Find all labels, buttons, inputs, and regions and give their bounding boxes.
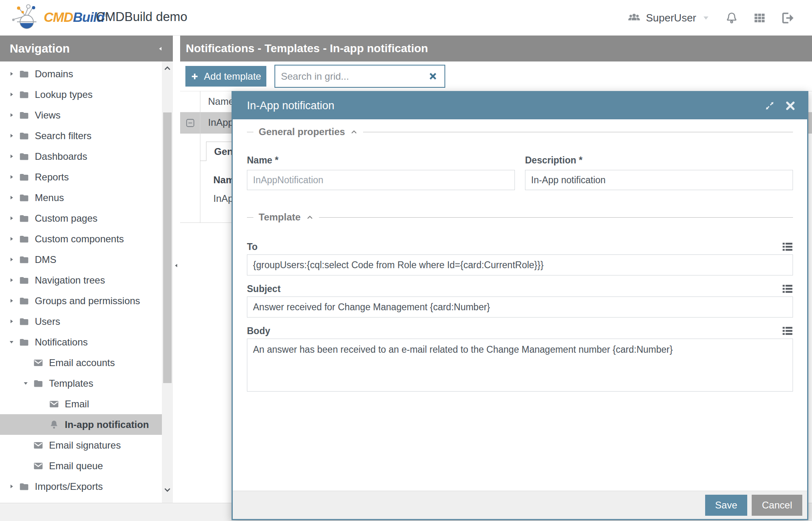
envelope-icon (33, 461, 44, 471)
sidebar-item-lookup-types[interactable]: Lookup types (0, 84, 162, 105)
close-icon[interactable] (785, 100, 796, 111)
add-template-button[interactable]: Add template (185, 66, 266, 87)
maximize-icon[interactable] (764, 100, 775, 111)
chevron-down-icon (701, 13, 710, 22)
list-icon[interactable] (782, 242, 793, 252)
to-field[interactable] (247, 254, 793, 275)
caret-right-icon[interactable] (8, 70, 15, 77)
divider (319, 217, 793, 218)
splitter-collapse-icon[interactable] (173, 262, 179, 269)
folder-icon (19, 110, 30, 121)
table-icon[interactable] (753, 11, 766, 25)
cancel-button[interactable]: Cancel (752, 495, 802, 516)
name-label: Name * (247, 155, 515, 167)
caret-down-icon[interactable] (22, 380, 29, 387)
sidebar-item-label: Notifications (35, 337, 88, 348)
sidebar-item-email-accounts[interactable]: Email accounts (0, 352, 162, 373)
general-fields-row: Name * Description * (247, 138, 793, 190)
sidebar-item-email[interactable]: Email (0, 394, 162, 414)
to-label: To (247, 241, 257, 252)
logo-cmd: CMD (44, 10, 73, 25)
sidebar-item-label: Groups and permissions (35, 295, 140, 307)
sidebar-item-label: Navigation trees (35, 275, 105, 286)
description-field[interactable] (525, 170, 793, 190)
sign-out-icon[interactable] (781, 11, 794, 25)
sidebar-item-imports-exports[interactable]: Imports/Exports (0, 476, 162, 497)
to-label-row: To (247, 241, 793, 253)
caret-right-icon[interactable] (8, 235, 15, 242)
caret-right-icon[interactable] (8, 483, 15, 490)
chevron-up-icon[interactable] (306, 214, 314, 221)
save-button[interactable]: Save (705, 495, 748, 516)
name-field[interactable] (247, 170, 515, 190)
caret-right-icon[interactable] (8, 215, 15, 222)
caret-right-icon[interactable] (8, 112, 15, 119)
caret-right-icon[interactable] (8, 153, 15, 160)
caret-right-icon[interactable] (8, 194, 15, 201)
grid-column-name[interactable]: Name (208, 96, 234, 107)
bell-icon[interactable] (725, 11, 738, 25)
sidebar-item-groups-permissions[interactable]: Groups and permissions (0, 290, 162, 311)
sidebar-item-label: Views (35, 110, 61, 121)
sidebar-item-email-queue[interactable]: Email queue (0, 455, 162, 476)
sidebar-item-label: Menus (35, 192, 64, 203)
scroll-up-icon[interactable] (163, 64, 172, 73)
breadcrumb-text: Notifications - Templates - In-app notif… (186, 42, 428, 55)
caret-right-icon[interactable] (8, 174, 15, 180)
sidebar-item-custom-pages[interactable]: Custom pages (0, 208, 162, 229)
sidebar-item-dms[interactable]: DMS (0, 249, 162, 270)
search-input[interactable] (275, 70, 428, 83)
sidebar-item-label: Search filters (35, 130, 91, 142)
sidebar-item-navigation-trees[interactable]: Navigation trees (0, 270, 162, 290)
list-icon[interactable] (782, 284, 793, 294)
description-label: Description * (525, 155, 793, 167)
name-field-group: Name * (247, 138, 515, 190)
caret-right-icon[interactable] (8, 132, 15, 139)
clear-search-icon[interactable] (428, 72, 438, 81)
sidebar-item-partial[interactable] (0, 497, 162, 503)
section-title: General properties (259, 126, 345, 138)
user-menu[interactable]: SuperUser (627, 11, 710, 25)
sidebar-item-search-filters[interactable]: Search filters (0, 125, 162, 146)
grid-column-divider (200, 91, 200, 222)
sidebar-item-label: Lookup types (35, 89, 93, 100)
caret-right-icon[interactable] (8, 318, 15, 325)
dialog-tools (764, 100, 796, 111)
sidebar-item-dashboards[interactable]: Dashboards (0, 146, 162, 167)
collapse-row-icon[interactable] (185, 118, 195, 128)
folder-icon (19, 213, 30, 224)
sidebar-item-domains[interactable]: Domains (0, 64, 162, 84)
caret-right-icon[interactable] (8, 256, 15, 263)
sidebar-item-in-app-notification[interactable]: In-app notification (0, 414, 162, 435)
subject-field[interactable] (247, 297, 793, 318)
scroll-down-icon[interactable] (163, 485, 172, 494)
divider (200, 161, 206, 161)
sidebar-item-notifications[interactable]: Notifications (0, 332, 162, 352)
sidebar-item-custom-components[interactable]: Custom components (0, 229, 162, 249)
sidebar-item-templates[interactable]: Templates (0, 373, 162, 394)
sidebar-item-menus[interactable]: Menus (0, 187, 162, 208)
sidebar-item-email-signatures[interactable]: Email signatures (0, 435, 162, 455)
caret-right-icon[interactable] (8, 297, 15, 304)
scrollbar-thumb[interactable] (163, 112, 172, 383)
sidebar-item-reports[interactable]: Reports (0, 167, 162, 187)
dialog-titlebar[interactable]: In-App notification (233, 92, 807, 119)
sidebar-item-views[interactable]: Views (0, 105, 162, 125)
sidebar-item-users[interactable]: Users (0, 311, 162, 332)
divider (363, 132, 793, 132)
body-field[interactable]: An answer has been received to an e-mail… (247, 339, 793, 392)
description-field-group: Description * (525, 138, 793, 190)
top-header: CMDBuild® CMDBuild demo SuperUser (0, 0, 812, 36)
folder-icon (19, 234, 30, 244)
collapse-sidebar-icon[interactable] (157, 45, 164, 53)
list-icon[interactable] (782, 326, 793, 336)
sidebar-scrollbar[interactable] (162, 61, 173, 503)
caret-right-icon[interactable] (8, 277, 15, 284)
chevron-up-icon[interactable] (350, 128, 358, 136)
caret-right-icon[interactable] (8, 91, 15, 98)
section-template: Template (247, 212, 793, 223)
sidebar-splitter[interactable] (173, 36, 180, 503)
caret-down-icon[interactable] (8, 339, 15, 345)
divider (247, 132, 253, 132)
envelope-icon (49, 399, 60, 409)
